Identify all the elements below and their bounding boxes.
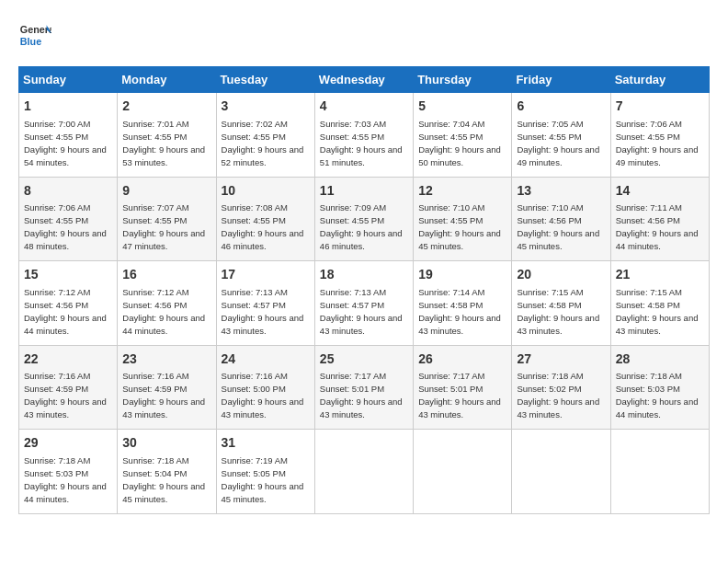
day-info: Sunrise: 7:17 AMSunset: 5:01 PMDaylight:…: [320, 371, 403, 419]
day-number: 19: [418, 266, 506, 284]
calendar-cell: [314, 430, 413, 514]
day-number: 11: [320, 182, 408, 201]
calendar-cell: 29 Sunrise: 7:18 AMSunset: 5:03 PMDaylig…: [19, 430, 118, 514]
day-number: 31: [222, 434, 310, 453]
calendar-cell: 11 Sunrise: 7:09 AMSunset: 4:55 PMDaylig…: [314, 177, 413, 261]
day-info: Sunrise: 7:19 AMSunset: 5:05 PMDaylight:…: [222, 455, 304, 504]
weekday-header-sunday: Sunday: [19, 67, 118, 93]
day-info: Sunrise: 7:17 AMSunset: 5:01 PMDaylight:…: [418, 371, 501, 419]
day-number: 2: [122, 98, 210, 116]
calendar-cell: [512, 430, 610, 514]
day-number: 28: [616, 350, 704, 369]
calendar-cell: 20 Sunrise: 7:15 AMSunset: 4:58 PMDaylig…: [512, 261, 610, 346]
day-info: Sunrise: 7:10 AMSunset: 4:55 PMDaylight:…: [418, 202, 501, 251]
calendar-cell: 16 Sunrise: 7:12 AMSunset: 4:56 PMDaylig…: [118, 261, 216, 346]
day-info: Sunrise: 7:12 AMSunset: 4:56 PMDaylight:…: [122, 287, 205, 336]
calendar-cell: 7 Sunrise: 7:06 AMSunset: 4:55 PMDayligh…: [610, 93, 709, 178]
calendar-cell: 19 Sunrise: 7:14 AMSunset: 4:58 PMDaylig…: [414, 261, 512, 346]
calendar-cell: 10 Sunrise: 7:08 AMSunset: 4:55 PMDaylig…: [216, 177, 314, 261]
calendar-cell: 26 Sunrise: 7:17 AMSunset: 5:01 PMDaylig…: [414, 345, 512, 430]
day-info: Sunrise: 7:10 AMSunset: 4:56 PMDaylight:…: [517, 202, 599, 251]
calendar-cell: 21 Sunrise: 7:15 AMSunset: 4:58 PMDaylig…: [610, 261, 709, 346]
day-number: 16: [122, 266, 210, 284]
calendar-cell: 9 Sunrise: 7:07 AMSunset: 4:55 PMDayligh…: [118, 177, 216, 261]
day-info: Sunrise: 7:13 AMSunset: 4:57 PMDaylight:…: [320, 287, 403, 336]
day-info: Sunrise: 7:16 AMSunset: 5:00 PMDaylight:…: [222, 371, 304, 419]
calendar-cell: 18 Sunrise: 7:13 AMSunset: 4:57 PMDaylig…: [314, 261, 413, 346]
day-info: Sunrise: 7:18 AMSunset: 5:03 PMDaylight:…: [616, 371, 699, 419]
day-number: 12: [418, 182, 506, 201]
calendar-cell: 28 Sunrise: 7:18 AMSunset: 5:03 PMDaylig…: [610, 345, 709, 430]
day-info: Sunrise: 7:03 AMSunset: 4:55 PMDaylight:…: [320, 119, 403, 167]
day-number: 18: [320, 266, 408, 284]
calendar-week-1: 1 Sunrise: 7:00 AMSunset: 4:55 PMDayligh…: [19, 93, 710, 178]
calendar-week-4: 22 Sunrise: 7:16 AMSunset: 4:59 PMDaylig…: [19, 345, 710, 430]
weekday-header-monday: Monday: [118, 67, 216, 93]
day-info: Sunrise: 7:09 AMSunset: 4:55 PMDaylight:…: [320, 202, 403, 251]
calendar-cell: 4 Sunrise: 7:03 AMSunset: 4:55 PMDayligh…: [314, 93, 413, 178]
day-info: Sunrise: 7:12 AMSunset: 4:56 PMDaylight:…: [24, 287, 107, 336]
calendar-cell: 13 Sunrise: 7:10 AMSunset: 4:56 PMDaylig…: [512, 177, 610, 261]
day-info: Sunrise: 7:06 AMSunset: 4:55 PMDaylight:…: [616, 119, 699, 167]
day-number: 10: [222, 182, 310, 201]
calendar-cell: 2 Sunrise: 7:01 AMSunset: 4:55 PMDayligh…: [118, 93, 216, 178]
day-info: Sunrise: 7:06 AMSunset: 4:55 PMDaylight:…: [24, 202, 107, 251]
calendar-cell: 8 Sunrise: 7:06 AMSunset: 4:55 PMDayligh…: [19, 177, 118, 261]
calendar-cell: 12 Sunrise: 7:10 AMSunset: 4:55 PMDaylig…: [414, 177, 512, 261]
calendar-cell: [414, 430, 512, 514]
day-info: Sunrise: 7:18 AMSunset: 5:04 PMDaylight:…: [122, 455, 205, 504]
logo-icon: General Blue: [18, 18, 51, 52]
calendar-week-3: 15 Sunrise: 7:12 AMSunset: 4:56 PMDaylig…: [19, 261, 710, 346]
day-info: Sunrise: 7:18 AMSunset: 5:03 PMDaylight:…: [24, 455, 107, 504]
calendar-cell: 17 Sunrise: 7:13 AMSunset: 4:57 PMDaylig…: [216, 261, 314, 346]
calendar-cell: 5 Sunrise: 7:04 AMSunset: 4:55 PMDayligh…: [414, 93, 512, 178]
day-info: Sunrise: 7:16 AMSunset: 4:59 PMDaylight:…: [24, 371, 107, 419]
weekday-header-tuesday: Tuesday: [216, 67, 314, 93]
day-info: Sunrise: 7:01 AMSunset: 4:55 PMDaylight:…: [122, 119, 205, 167]
calendar-cell: 31 Sunrise: 7:19 AMSunset: 5:05 PMDaylig…: [216, 430, 314, 514]
calendar-cell: [610, 430, 709, 514]
day-number: 23: [122, 350, 210, 369]
day-number: 14: [616, 182, 704, 201]
day-info: Sunrise: 7:18 AMSunset: 5:02 PMDaylight:…: [517, 371, 599, 419]
calendar-week-5: 29 Sunrise: 7:18 AMSunset: 5:03 PMDaylig…: [19, 430, 710, 514]
calendar-week-2: 8 Sunrise: 7:06 AMSunset: 4:55 PMDayligh…: [19, 177, 710, 261]
day-number: 13: [517, 182, 605, 201]
calendar-cell: 1 Sunrise: 7:00 AMSunset: 4:55 PMDayligh…: [19, 93, 118, 178]
day-info: Sunrise: 7:02 AMSunset: 4:55 PMDaylight:…: [222, 119, 304, 167]
day-number: 4: [320, 98, 408, 116]
day-number: 1: [24, 98, 112, 116]
weekday-header-row: SundayMondayTuesdayWednesdayThursdayFrid…: [19, 67, 710, 93]
weekday-header-wednesday: Wednesday: [314, 67, 413, 93]
day-info: Sunrise: 7:11 AMSunset: 4:56 PMDaylight:…: [616, 202, 699, 251]
day-info: Sunrise: 7:08 AMSunset: 4:55 PMDaylight:…: [222, 202, 304, 251]
day-info: Sunrise: 7:13 AMSunset: 4:57 PMDaylight:…: [222, 287, 304, 336]
weekday-header-friday: Friday: [512, 67, 610, 93]
day-number: 21: [616, 266, 704, 284]
calendar-cell: 3 Sunrise: 7:02 AMSunset: 4:55 PMDayligh…: [216, 93, 314, 178]
calendar-cell: 25 Sunrise: 7:17 AMSunset: 5:01 PMDaylig…: [314, 345, 413, 430]
calendar-cell: 6 Sunrise: 7:05 AMSunset: 4:55 PMDayligh…: [512, 93, 610, 178]
calendar-cell: 27 Sunrise: 7:18 AMSunset: 5:02 PMDaylig…: [512, 345, 610, 430]
day-number: 20: [517, 266, 605, 284]
logo: General Blue: [18, 18, 51, 52]
day-number: 26: [418, 350, 506, 369]
day-number: 7: [616, 98, 704, 116]
calendar-cell: 22 Sunrise: 7:16 AMSunset: 4:59 PMDaylig…: [19, 345, 118, 430]
day-info: Sunrise: 7:07 AMSunset: 4:55 PMDaylight:…: [122, 202, 205, 251]
day-info: Sunrise: 7:16 AMSunset: 4:59 PMDaylight:…: [122, 371, 205, 419]
day-info: Sunrise: 7:05 AMSunset: 4:55 PMDaylight:…: [517, 119, 599, 167]
day-info: Sunrise: 7:15 AMSunset: 4:58 PMDaylight:…: [517, 287, 599, 336]
calendar-cell: 23 Sunrise: 7:16 AMSunset: 4:59 PMDaylig…: [118, 345, 216, 430]
calendar-cell: 14 Sunrise: 7:11 AMSunset: 4:56 PMDaylig…: [610, 177, 709, 261]
weekday-header-thursday: Thursday: [414, 67, 512, 93]
day-info: Sunrise: 7:04 AMSunset: 4:55 PMDaylight:…: [418, 119, 501, 167]
day-number: 9: [122, 182, 210, 201]
calendar-cell: 15 Sunrise: 7:12 AMSunset: 4:56 PMDaylig…: [19, 261, 118, 346]
weekday-header-saturday: Saturday: [610, 67, 709, 93]
day-number: 27: [517, 350, 605, 369]
calendar-cell: 24 Sunrise: 7:16 AMSunset: 5:00 PMDaylig…: [216, 345, 314, 430]
calendar-table: SundayMondayTuesdayWednesdayThursdayFrid…: [18, 66, 710, 514]
day-number: 24: [222, 350, 310, 369]
day-number: 17: [222, 266, 310, 284]
